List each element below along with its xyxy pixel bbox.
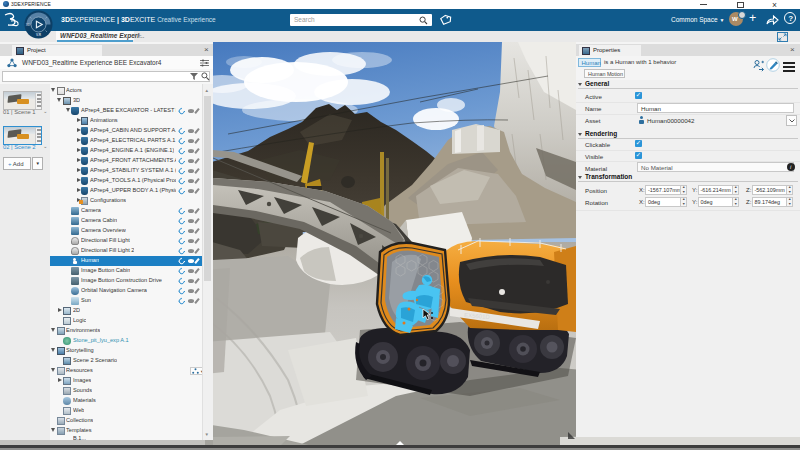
svg-text:3D: 3D xyxy=(26,23,31,27)
svg-text:V.R: V.R xyxy=(36,33,42,37)
